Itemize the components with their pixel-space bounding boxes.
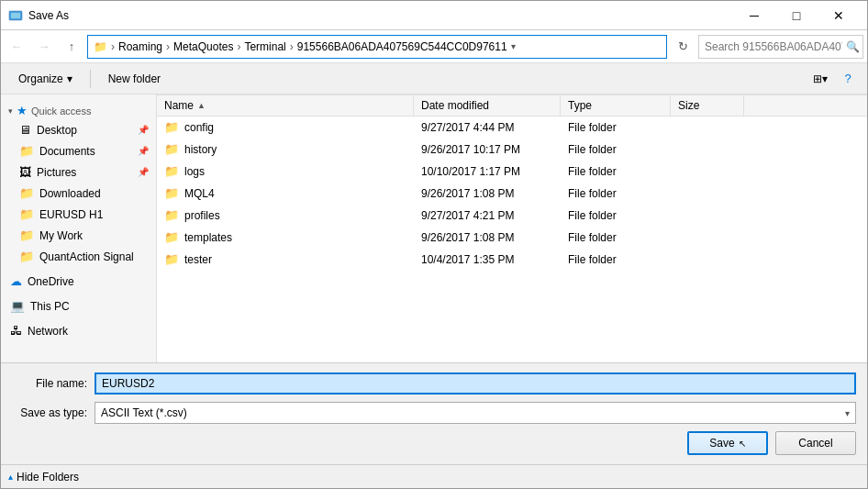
filename-label: File name: xyxy=(12,377,95,390)
file-type: File folder xyxy=(561,143,671,156)
sidebar-label-eurusd: EURUSD H1 xyxy=(39,208,149,221)
savetype-row: Save as type: ASCII Text (*.csv) ▾ xyxy=(12,402,856,424)
hide-folders-label: Hide Folders xyxy=(17,471,79,483)
sort-arrow-name: ▲ xyxy=(197,101,206,110)
sidebar-item-network[interactable]: 🖧 Network xyxy=(1,320,156,341)
file-type: File folder xyxy=(561,209,671,222)
search-input[interactable] xyxy=(705,40,842,53)
toolbar-separator xyxy=(90,70,91,88)
maximize-button[interactable]: □ xyxy=(775,1,818,30)
path-segment: 📁 › Roaming › MetaQuotes › Terminal › 91… xyxy=(94,40,507,53)
downloaded-folder-icon: 📁 xyxy=(19,186,34,200)
save-button[interactable]: Save ↖ xyxy=(687,431,768,455)
view-button[interactable]: ⊞ ▾ xyxy=(808,67,832,91)
save-as-dialog: Save As ─ □ ✕ ← → ↑ 📁 › Roaming › MetaQu… xyxy=(0,0,868,489)
col-header-name[interactable]: Name ▲ xyxy=(157,94,414,116)
sidebar-item-mywork[interactable]: 📁 My Work xyxy=(1,225,156,246)
path-id: 915566BA06ADA407569C544CC0D97611 xyxy=(297,40,507,53)
file-date: 10/10/2017 1:17 PM xyxy=(414,165,561,178)
onedrive-section: ☁ OneDrive xyxy=(1,271,156,292)
documents-icon: 📁 xyxy=(19,144,34,158)
bottom-area: File name: Save as type: ASCII Text (*.c… xyxy=(1,362,867,464)
sidebar-label-mywork: My Work xyxy=(39,229,149,242)
sidebar-item-pictures[interactable]: 🖼 Pictures 📌 xyxy=(1,161,156,183)
file-date: 9/26/2017 10:17 PM xyxy=(414,143,561,156)
sidebar-item-documents[interactable]: 📁 Documents 📌 xyxy=(1,140,156,161)
folder-icon: 📁 xyxy=(164,208,179,222)
col-header-size[interactable]: Size xyxy=(671,94,744,116)
file-row[interactable]: 📁 logs 10/10/2017 1:17 PM File folder xyxy=(157,161,867,183)
close-button[interactable]: ✕ xyxy=(818,1,860,30)
new-folder-label: New folder xyxy=(108,72,161,85)
organize-dropdown-icon: ▾ xyxy=(67,72,72,85)
back-button[interactable]: ← xyxy=(5,35,28,59)
filename-input[interactable] xyxy=(95,372,856,395)
file-row[interactable]: 📁 tester 10/4/2017 1:35 PM File folder xyxy=(157,249,867,271)
sidebar: ▾ ★ Quick access 🖥 Desktop 📌 📁 Documents… xyxy=(1,94,157,362)
quantaction-folder-icon: 📁 xyxy=(19,250,34,263)
file-date: 9/27/2017 4:21 PM xyxy=(414,209,561,222)
col-header-type[interactable]: Type xyxy=(561,94,671,116)
file-name: config xyxy=(184,121,214,134)
quick-access-section: ▾ ★ Quick access 🖥 Desktop 📌 📁 Documents… xyxy=(1,98,156,267)
mywork-folder-icon: 📁 xyxy=(19,228,34,242)
file-date: 9/26/2017 1:08 PM xyxy=(414,187,561,200)
view-icon: ⊞ xyxy=(813,72,822,85)
sidebar-item-downloaded[interactable]: 📁 Downloaded xyxy=(1,183,156,204)
folder-icon: 📁 xyxy=(164,120,179,134)
quick-access-star-icon: ★ xyxy=(17,104,28,117)
sidebar-item-desktop[interactable]: 🖥 Desktop 📌 xyxy=(1,119,156,140)
file-row[interactable]: 📁 templates 9/26/2017 1:08 PM File folde… xyxy=(157,227,867,249)
hide-folders-chevron-icon: ▴ xyxy=(8,472,13,482)
file-name: history xyxy=(184,143,217,156)
quick-access-header[interactable]: ▾ ★ Quick access xyxy=(1,98,156,119)
file-row[interactable]: 📁 history 9/26/2017 10:17 PM File folder xyxy=(157,139,867,161)
address-path[interactable]: 📁 › Roaming › MetaQuotes › Terminal › 91… xyxy=(87,35,667,59)
file-type: File folder xyxy=(561,231,671,244)
sidebar-label-desktop: Desktop xyxy=(37,124,130,137)
savetype-label: Save as type: xyxy=(12,406,95,419)
onedrive-icon: ☁ xyxy=(10,274,22,288)
file-row[interactable]: 📁 config 9/27/2017 4:44 PM File folder xyxy=(157,117,867,139)
sidebar-item-onedrive[interactable]: ☁ OneDrive xyxy=(1,271,156,292)
cancel-button[interactable]: Cancel xyxy=(775,431,856,455)
file-row[interactable]: 📁 profiles 9/27/2017 4:21 PM File folder xyxy=(157,205,867,227)
sidebar-item-quantaction[interactable]: 📁 QuantAction Signal xyxy=(1,246,156,267)
network-section: 🖧 Network xyxy=(1,320,156,341)
path-icon: 📁 xyxy=(94,40,107,53)
folder-icon: 📁 xyxy=(164,142,179,156)
folder-icon: 📁 xyxy=(164,186,179,200)
up-button[interactable]: ↑ xyxy=(60,35,83,59)
organize-button[interactable]: Organize ▾ xyxy=(8,67,83,91)
sidebar-label-onedrive: OneDrive xyxy=(28,275,149,288)
file-date: 10/4/2017 1:35 PM xyxy=(414,253,561,266)
desktop-icon: 🖥 xyxy=(19,123,31,137)
new-folder-button[interactable]: New folder xyxy=(98,67,171,91)
folder-icon: 📁 xyxy=(164,252,179,266)
savetype-select[interactable]: ASCII Text (*.csv) ▾ xyxy=(95,402,856,424)
sidebar-item-eurusd[interactable]: 📁 EURUSD H1 xyxy=(1,204,156,225)
refresh-button[interactable]: ↻ xyxy=(671,35,695,59)
network-icon: 🖧 xyxy=(10,324,22,338)
sidebar-item-thispc[interactable]: 💻 This PC xyxy=(1,295,156,317)
file-type: File folder xyxy=(561,187,671,200)
col-header-date[interactable]: Date modified xyxy=(414,94,561,116)
file-type: File folder xyxy=(561,253,671,266)
hide-folders-bar[interactable]: ▴ Hide Folders xyxy=(1,464,867,488)
sidebar-label-quantaction: QuantAction Signal xyxy=(39,250,149,263)
save-cursor-icon: ↖ xyxy=(739,439,746,449)
sidebar-label-downloaded: Downloaded xyxy=(39,187,149,200)
minimize-button[interactable]: ─ xyxy=(733,1,775,30)
search-box[interactable]: 🔍 xyxy=(698,35,863,59)
help-button[interactable]: ? xyxy=(836,67,860,91)
forward-button[interactable]: → xyxy=(32,35,56,59)
window-controls: ─ □ ✕ xyxy=(733,1,860,30)
file-date: 9/26/2017 1:08 PM xyxy=(414,231,561,244)
file-type: File folder xyxy=(561,165,671,178)
folder-icon: 📁 xyxy=(164,230,179,244)
file-type: File folder xyxy=(561,121,671,134)
file-row[interactable]: 📁 MQL4 9/26/2017 1:08 PM File folder xyxy=(157,183,867,205)
title-bar: Save As ─ □ ✕ xyxy=(1,1,867,30)
sidebar-label-thispc: This PC xyxy=(30,300,149,313)
toolbar: Organize ▾ New folder ⊞ ▾ ? xyxy=(1,63,867,94)
